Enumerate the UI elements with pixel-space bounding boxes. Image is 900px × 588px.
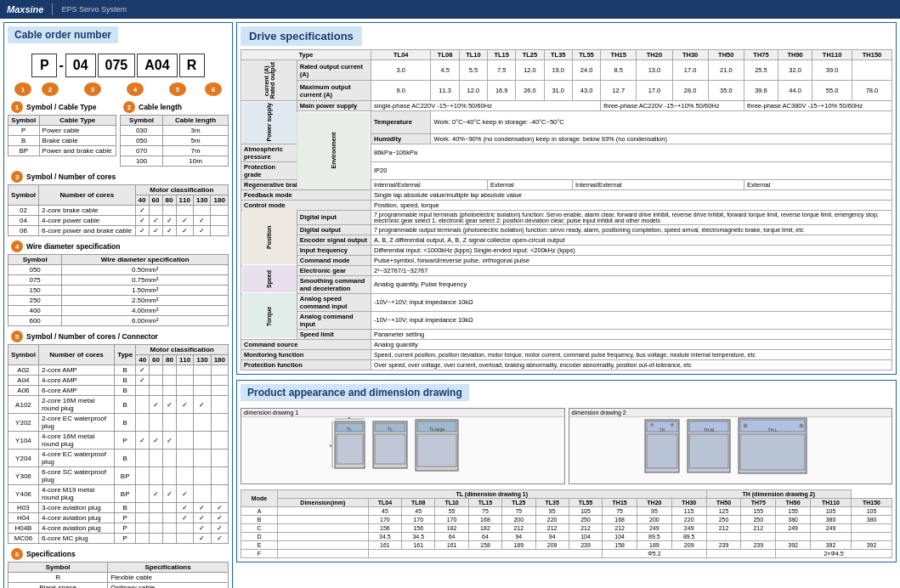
connector-header: 5 Symbol / Number of cores / Connector bbox=[8, 329, 229, 344]
code-04: 04 bbox=[65, 54, 96, 77]
table-row: 1501.50mm² bbox=[8, 286, 229, 296]
spec-header: 6 Specifications bbox=[8, 546, 229, 562]
cable-length-header: 2 Cable length bbox=[120, 99, 229, 115]
cable-type-table: Symbol Cable Type P Power cable bbox=[8, 115, 116, 156]
svg-text:TH-M: TH-M bbox=[704, 427, 715, 433]
table-row: RFlexible cable bbox=[8, 573, 229, 583]
table-row: Torque Analog speed command input -10V~+… bbox=[241, 293, 892, 311]
num-3: 3 bbox=[11, 171, 23, 183]
table-row: A 4545557575951057595115125155155105105 bbox=[241, 506, 892, 515]
dimension-table: Mode TL (dimension drawing 1) TH (dimens… bbox=[241, 489, 892, 558]
table-row: Feedback mode Single lap absolute value/… bbox=[241, 189, 892, 200]
logo: Maxsine bbox=[7, 4, 43, 14]
code-num-4: 4 bbox=[127, 82, 144, 96]
num-2: 2 bbox=[123, 101, 135, 113]
p-code-display: P - 04 075 A04 R bbox=[8, 54, 229, 77]
table-row: Control mode Position, speed, torque bbox=[241, 200, 892, 210]
table-row: 0505m bbox=[121, 136, 229, 146]
svg-rect-28 bbox=[740, 434, 805, 470]
svg-point-31 bbox=[800, 423, 804, 427]
svg-text:TL: TL bbox=[347, 427, 352, 432]
wire-dia-table: Symbol Wire diameter specification 0500.… bbox=[8, 254, 229, 326]
wire-dia-header: 4 Wire diameter specification bbox=[8, 239, 229, 254]
table-row: Input frequency Differential input: <100… bbox=[241, 245, 892, 255]
cores-header: 3 Symbol / Number of cores bbox=[8, 169, 229, 184]
drawing1-label: dimension drawing 1 bbox=[241, 409, 564, 417]
num-6a: 6 bbox=[11, 548, 23, 560]
table-row: H04B4-core aviation plugP✓✓ bbox=[8, 523, 229, 534]
code-num-5: 5 bbox=[169, 82, 186, 96]
th-drive-illustration: TH TH-M bbox=[569, 417, 892, 477]
cable-order-title: Cable order number bbox=[8, 26, 118, 43]
svg-rect-10 bbox=[375, 434, 405, 464]
table-row: BP Power and brake cable bbox=[8, 146, 116, 156]
table-row: D 34.534.56464949410410489.589.5 bbox=[241, 532, 892, 540]
table-row: F Φ5.2 2×Φ4.5 bbox=[241, 549, 892, 557]
svg-rect-24 bbox=[689, 434, 728, 468]
table-row: 6006.00mm² bbox=[8, 316, 229, 326]
table-row: 2502.50mm² bbox=[8, 296, 229, 306]
product-appearance-box: Product appearance and dimension drawing… bbox=[236, 380, 897, 563]
code-num-3: 3 bbox=[84, 82, 101, 96]
drawings-area: dimension drawing 1 TL A bbox=[237, 404, 896, 488]
header: Maxsine EPS Servo System bbox=[0, 0, 900, 19]
code-a04: A04 bbox=[137, 54, 177, 77]
tl-drive-svg: TL A B TL bbox=[326, 417, 479, 477]
table-row: Environment Temperature Work: 0°C~40°C k… bbox=[241, 111, 892, 134]
table-row: 06 6-core power and brake cable ✓✓✓✓✓ bbox=[8, 226, 229, 236]
svg-rect-14 bbox=[417, 434, 456, 466]
table-row: Y3066-core SC waterproof plugBP bbox=[8, 467, 229, 485]
table-row: Digital output 7 programmable output ter… bbox=[241, 224, 892, 235]
code-num-2: 2 bbox=[42, 82, 59, 96]
table-row: Command mode Pulse+symbol, forward/rever… bbox=[241, 255, 892, 265]
table-row: P Power cable bbox=[8, 126, 116, 136]
svg-rect-18 bbox=[647, 434, 677, 468]
table-row: MC066-core MC plugP✓✓ bbox=[8, 534, 229, 544]
table-row: Maximum output current (A) 9.011.312.016… bbox=[241, 81, 892, 101]
table-row: 02 2-core brake cable ✓ bbox=[8, 206, 229, 216]
table-row: A1022-core 16M metal round plugB✓✓✓✓ bbox=[8, 396, 229, 414]
code-dash1: - bbox=[59, 58, 63, 73]
connector-section: 5 Symbol / Number of cores / Connector S… bbox=[8, 329, 229, 544]
svg-text:TH: TH bbox=[659, 427, 665, 433]
table-row: E 16116116115818920923915818920923923939… bbox=[241, 540, 892, 549]
code-075: 075 bbox=[98, 54, 136, 77]
tl-drive-illustration: TL A B TL bbox=[241, 417, 564, 477]
table-row: Monitoring function Speed, current posit… bbox=[241, 349, 892, 359]
dimension-section: Mode TL (dimension drawing 1) TH (dimens… bbox=[237, 488, 896, 562]
code-r: R bbox=[179, 54, 205, 77]
spec-section: 6 Specifications Symbol Specifications R… bbox=[8, 546, 229, 588]
main-content: Cable order number P - 04 075 A04 R 1 2 … bbox=[0, 19, 900, 588]
drawing-th: dimension drawing 2 TH bbox=[569, 408, 893, 484]
th-drive-svg: TH TH-M bbox=[637, 417, 824, 477]
table-row: Analog command input -10V~+10V; input im… bbox=[241, 311, 892, 329]
product-title: Product appearance and dimension drawing bbox=[241, 384, 469, 401]
cable-order-section: Cable order number P - 04 075 A04 R 1 2 … bbox=[3, 22, 233, 588]
table-row: C 15615618218221221221221224924921221224… bbox=[241, 523, 892, 532]
table-row: Y4064-core M19 metal round plugBP✓✓✓ bbox=[8, 485, 229, 503]
drawing-tl: dimension drawing 1 TL A bbox=[241, 408, 565, 484]
table-row: Y2044-core EC waterproof plugB bbox=[8, 449, 229, 467]
svg-point-21 bbox=[671, 423, 674, 427]
svg-text:TH-L: TH-L bbox=[768, 427, 778, 433]
table-row: Command source Analog quantity bbox=[241, 339, 892, 349]
num-1: 1 bbox=[11, 101, 23, 113]
cable-length-section: 2 Cable length Symbol Cable length bbox=[120, 99, 229, 167]
connector-table: Symbol Number of cores Type Motor classi… bbox=[8, 344, 229, 544]
table-row: Protection function Over speed, over vol… bbox=[241, 359, 892, 370]
svg-point-20 bbox=[650, 423, 654, 427]
table-row: 0303m bbox=[121, 126, 229, 136]
svg-text:TL-large: TL-large bbox=[428, 427, 444, 432]
svg-rect-2 bbox=[337, 434, 363, 464]
system-title: EPS Servo System bbox=[61, 5, 127, 14]
code-num-6: 6 bbox=[205, 82, 222, 96]
table-row: A044-core AMPB✓ bbox=[8, 376, 229, 386]
svg-text:B: B bbox=[329, 444, 331, 448]
table-row: B Brake cable bbox=[8, 136, 116, 146]
table-row: Encoder signal output A, B, Z differenti… bbox=[241, 235, 892, 245]
code-p: P bbox=[31, 54, 57, 77]
num-5a: 5 bbox=[11, 331, 23, 342]
svg-text:TL: TL bbox=[388, 427, 393, 432]
table-row: Blank spaceOrdinary cable bbox=[8, 583, 229, 589]
cores-table: Symbol Number of cores Motor classificat… bbox=[8, 184, 229, 236]
